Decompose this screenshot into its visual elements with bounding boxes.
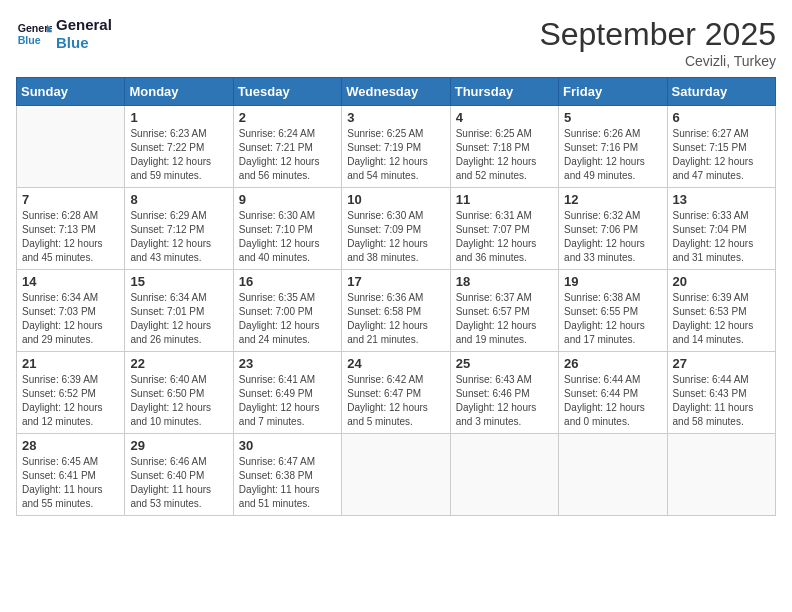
day-number: 2 — [239, 110, 336, 125]
day-info: Sunrise: 6:28 AM Sunset: 7:13 PM Dayligh… — [22, 209, 119, 265]
day-number: 25 — [456, 356, 553, 371]
day-info: Sunrise: 6:30 AM Sunset: 7:10 PM Dayligh… — [239, 209, 336, 265]
calendar-cell: 28Sunrise: 6:45 AM Sunset: 6:41 PM Dayli… — [17, 434, 125, 516]
day-info: Sunrise: 6:39 AM Sunset: 6:53 PM Dayligh… — [673, 291, 770, 347]
calendar-cell: 25Sunrise: 6:43 AM Sunset: 6:46 PM Dayli… — [450, 352, 558, 434]
day-info: Sunrise: 6:42 AM Sunset: 6:47 PM Dayligh… — [347, 373, 444, 429]
day-info: Sunrise: 6:44 AM Sunset: 6:43 PM Dayligh… — [673, 373, 770, 429]
day-number: 20 — [673, 274, 770, 289]
calendar-header-saturday: Saturday — [667, 78, 775, 106]
svg-text:General: General — [18, 22, 52, 34]
calendar-cell: 30Sunrise: 6:47 AM Sunset: 6:38 PM Dayli… — [233, 434, 341, 516]
calendar-table: SundayMondayTuesdayWednesdayThursdayFrid… — [16, 77, 776, 516]
calendar-header-sunday: Sunday — [17, 78, 125, 106]
calendar-cell: 3Sunrise: 6:25 AM Sunset: 7:19 PM Daylig… — [342, 106, 450, 188]
calendar-cell: 26Sunrise: 6:44 AM Sunset: 6:44 PM Dayli… — [559, 352, 667, 434]
day-number: 9 — [239, 192, 336, 207]
day-number: 30 — [239, 438, 336, 453]
week-row-5: 28Sunrise: 6:45 AM Sunset: 6:41 PM Dayli… — [17, 434, 776, 516]
logo: General Blue General Blue — [16, 16, 112, 52]
calendar-cell: 8Sunrise: 6:29 AM Sunset: 7:12 PM Daylig… — [125, 188, 233, 270]
day-info: Sunrise: 6:37 AM Sunset: 6:57 PM Dayligh… — [456, 291, 553, 347]
day-number: 11 — [456, 192, 553, 207]
day-info: Sunrise: 6:45 AM Sunset: 6:41 PM Dayligh… — [22, 455, 119, 511]
day-number: 26 — [564, 356, 661, 371]
day-info: Sunrise: 6:25 AM Sunset: 7:19 PM Dayligh… — [347, 127, 444, 183]
day-number: 6 — [673, 110, 770, 125]
calendar-cell: 24Sunrise: 6:42 AM Sunset: 6:47 PM Dayli… — [342, 352, 450, 434]
logo-icon: General Blue — [16, 16, 52, 52]
calendar-cell — [667, 434, 775, 516]
calendar-cell: 4Sunrise: 6:25 AM Sunset: 7:18 PM Daylig… — [450, 106, 558, 188]
calendar-cell — [17, 106, 125, 188]
calendar-cell: 27Sunrise: 6:44 AM Sunset: 6:43 PM Dayli… — [667, 352, 775, 434]
day-info: Sunrise: 6:34 AM Sunset: 7:03 PM Dayligh… — [22, 291, 119, 347]
calendar-cell: 22Sunrise: 6:40 AM Sunset: 6:50 PM Dayli… — [125, 352, 233, 434]
calendar-cell: 17Sunrise: 6:36 AM Sunset: 6:58 PM Dayli… — [342, 270, 450, 352]
day-number: 24 — [347, 356, 444, 371]
day-info: Sunrise: 6:32 AM Sunset: 7:06 PM Dayligh… — [564, 209, 661, 265]
day-info: Sunrise: 6:26 AM Sunset: 7:16 PM Dayligh… — [564, 127, 661, 183]
day-info: Sunrise: 6:27 AM Sunset: 7:15 PM Dayligh… — [673, 127, 770, 183]
svg-text:Blue: Blue — [18, 34, 41, 46]
calendar-cell: 14Sunrise: 6:34 AM Sunset: 7:03 PM Dayli… — [17, 270, 125, 352]
calendar-cell — [559, 434, 667, 516]
calendar-cell: 6Sunrise: 6:27 AM Sunset: 7:15 PM Daylig… — [667, 106, 775, 188]
day-number: 5 — [564, 110, 661, 125]
calendar-cell: 9Sunrise: 6:30 AM Sunset: 7:10 PM Daylig… — [233, 188, 341, 270]
calendar-cell: 11Sunrise: 6:31 AM Sunset: 7:07 PM Dayli… — [450, 188, 558, 270]
day-info: Sunrise: 6:43 AM Sunset: 6:46 PM Dayligh… — [456, 373, 553, 429]
day-number: 23 — [239, 356, 336, 371]
day-number: 27 — [673, 356, 770, 371]
day-info: Sunrise: 6:44 AM Sunset: 6:44 PM Dayligh… — [564, 373, 661, 429]
day-number: 1 — [130, 110, 227, 125]
calendar-cell: 29Sunrise: 6:46 AM Sunset: 6:40 PM Dayli… — [125, 434, 233, 516]
day-number: 21 — [22, 356, 119, 371]
calendar-header-row: SundayMondayTuesdayWednesdayThursdayFrid… — [17, 78, 776, 106]
calendar-cell: 21Sunrise: 6:39 AM Sunset: 6:52 PM Dayli… — [17, 352, 125, 434]
day-number: 12 — [564, 192, 661, 207]
calendar-cell: 1Sunrise: 6:23 AM Sunset: 7:22 PM Daylig… — [125, 106, 233, 188]
calendar-cell: 10Sunrise: 6:30 AM Sunset: 7:09 PM Dayli… — [342, 188, 450, 270]
logo-line2: Blue — [56, 34, 112, 52]
day-number: 28 — [22, 438, 119, 453]
day-number: 18 — [456, 274, 553, 289]
day-info: Sunrise: 6:24 AM Sunset: 7:21 PM Dayligh… — [239, 127, 336, 183]
calendar-header-thursday: Thursday — [450, 78, 558, 106]
day-info: Sunrise: 6:35 AM Sunset: 7:00 PM Dayligh… — [239, 291, 336, 347]
day-info: Sunrise: 6:39 AM Sunset: 6:52 PM Dayligh… — [22, 373, 119, 429]
day-number: 15 — [130, 274, 227, 289]
day-info: Sunrise: 6:47 AM Sunset: 6:38 PM Dayligh… — [239, 455, 336, 511]
day-info: Sunrise: 6:36 AM Sunset: 6:58 PM Dayligh… — [347, 291, 444, 347]
day-number: 7 — [22, 192, 119, 207]
calendar-cell: 7Sunrise: 6:28 AM Sunset: 7:13 PM Daylig… — [17, 188, 125, 270]
day-number: 22 — [130, 356, 227, 371]
day-number: 10 — [347, 192, 444, 207]
day-info: Sunrise: 6:33 AM Sunset: 7:04 PM Dayligh… — [673, 209, 770, 265]
day-number: 13 — [673, 192, 770, 207]
calendar-cell: 15Sunrise: 6:34 AM Sunset: 7:01 PM Dayli… — [125, 270, 233, 352]
day-number: 16 — [239, 274, 336, 289]
day-info: Sunrise: 6:38 AM Sunset: 6:55 PM Dayligh… — [564, 291, 661, 347]
calendar-cell: 5Sunrise: 6:26 AM Sunset: 7:16 PM Daylig… — [559, 106, 667, 188]
day-info: Sunrise: 6:23 AM Sunset: 7:22 PM Dayligh… — [130, 127, 227, 183]
day-info: Sunrise: 6:46 AM Sunset: 6:40 PM Dayligh… — [130, 455, 227, 511]
calendar-header-wednesday: Wednesday — [342, 78, 450, 106]
day-info: Sunrise: 6:34 AM Sunset: 7:01 PM Dayligh… — [130, 291, 227, 347]
calendar-cell: 12Sunrise: 6:32 AM Sunset: 7:06 PM Dayli… — [559, 188, 667, 270]
location: Cevizli, Turkey — [539, 53, 776, 69]
calendar-cell: 16Sunrise: 6:35 AM Sunset: 7:00 PM Dayli… — [233, 270, 341, 352]
week-row-1: 1Sunrise: 6:23 AM Sunset: 7:22 PM Daylig… — [17, 106, 776, 188]
calendar-cell: 19Sunrise: 6:38 AM Sunset: 6:55 PM Dayli… — [559, 270, 667, 352]
day-info: Sunrise: 6:25 AM Sunset: 7:18 PM Dayligh… — [456, 127, 553, 183]
day-number: 14 — [22, 274, 119, 289]
day-number: 29 — [130, 438, 227, 453]
calendar-cell: 13Sunrise: 6:33 AM Sunset: 7:04 PM Dayli… — [667, 188, 775, 270]
day-info: Sunrise: 6:41 AM Sunset: 6:49 PM Dayligh… — [239, 373, 336, 429]
calendar-cell — [450, 434, 558, 516]
title-block: September 2025 Cevizli, Turkey — [539, 16, 776, 69]
day-number: 19 — [564, 274, 661, 289]
calendar-cell: 2Sunrise: 6:24 AM Sunset: 7:21 PM Daylig… — [233, 106, 341, 188]
day-number: 3 — [347, 110, 444, 125]
logo-line1: General — [56, 16, 112, 34]
